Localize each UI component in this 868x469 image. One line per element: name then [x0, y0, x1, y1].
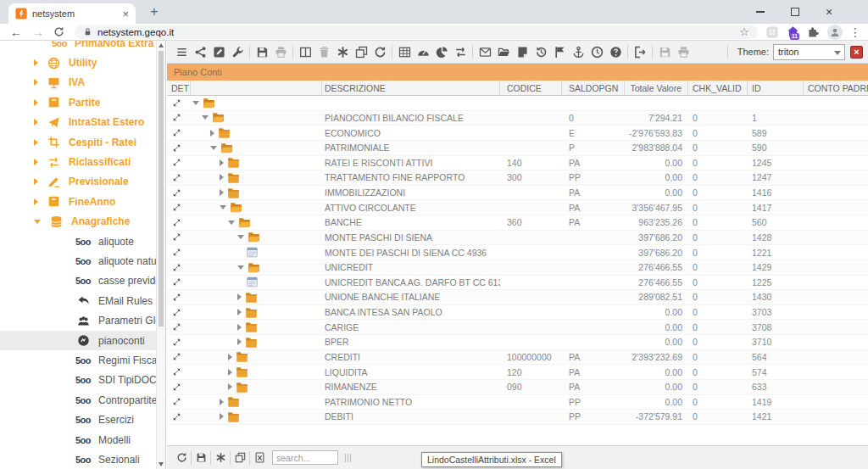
bookmark-star-icon[interactable]: ☆ — [739, 26, 749, 37]
table-row[interactable]: BANCHE360PA963'235.260560 — [167, 215, 868, 231]
sidebar-item-intrastat-estero[interactable]: IntraStat Estero — [0, 113, 156, 132]
tree-expand-icon[interactable] — [220, 399, 224, 405]
sidebar-item-primanota-extra[interactable]: 5ooPrimaNota Extra — [0, 41, 156, 53]
expand-detail-icon[interactable] — [167, 365, 191, 379]
scroll-up-icon[interactable] — [159, 43, 164, 47]
expand-detail-icon[interactable] — [167, 156, 191, 170]
tree-collapse-icon[interactable] — [220, 205, 226, 209]
sidebar-item-aliquote-natura[interactable]: 5ooaliquote natura — [0, 251, 156, 271]
sidebar-item-esercizi[interactable]: 5ooEsercizi — [0, 410, 156, 429]
expand-detail-icon[interactable] — [167, 141, 191, 155]
tree-collapse-icon[interactable] — [192, 101, 199, 105]
expand-detail-icon[interactable] — [167, 126, 191, 140]
table-row[interactable]: RATEI E RISCONTI ATTIVI140PA0.0001245 — [167, 156, 868, 171]
column-header-totale-valore[interactable]: Totale Valore — [625, 81, 688, 95]
table-row[interactable]: DEBITIPP-372'579.9101421 — [167, 410, 868, 425]
gauge-icon[interactable] — [414, 43, 432, 60]
exchange-icon[interactable] — [451, 43, 470, 60]
sidebar-item-riclassificati[interactable]: Riclassificati — [0, 152, 156, 171]
history-icon[interactable] — [531, 43, 550, 60]
clock-icon[interactable] — [587, 43, 606, 60]
tree-expand-icon[interactable] — [220, 413, 224, 420]
tree-collapse-icon[interactable] — [237, 265, 244, 270]
expand-detail-icon[interactable] — [167, 395, 191, 410]
column-header-codice[interactable]: CODICE — [500, 81, 562, 95]
scrollbar-thumb[interactable] — [159, 51, 164, 327]
close-panel-button[interactable]: × — [850, 46, 863, 59]
flag-icon[interactable] — [550, 43, 569, 60]
pie-icon[interactable] — [432, 43, 451, 60]
expand-detail-icon[interactable] — [167, 335, 191, 349]
table-row[interactable]: CARIGE0.0003708 — [167, 320, 868, 335]
sidebar-item-anagrafiche[interactable]: Anagrafiche — [0, 212, 156, 232]
asterisk-icon[interactable] — [333, 43, 352, 60]
table-row[interactable]: PIANOCONTI BILANCIO FISCALE07'294.2101 — [167, 111, 868, 126]
back-button[interactable]: ← — [10, 26, 22, 38]
tree-expand-icon[interactable] — [228, 354, 232, 360]
column-header-det[interactable]: DET — [167, 81, 191, 95]
print-icon[interactable] — [674, 43, 693, 60]
note-icon[interactable] — [513, 43, 531, 60]
table-row[interactable]: BANCA INTESA SAN PAOLO0.0003703 — [167, 305, 868, 321]
sidebar-item-sezionali[interactable]: 5ooSezionali — [0, 449, 156, 469]
tree-expand-icon[interactable] — [210, 130, 214, 137]
sidebar-scrollbar[interactable] — [156, 41, 165, 469]
save-icon[interactable] — [193, 450, 209, 466]
anchor-icon[interactable] — [569, 43, 587, 60]
menu-icon[interactable] — [172, 43, 191, 60]
expand-detail-icon[interactable] — [167, 96, 191, 110]
reload-button[interactable] — [53, 26, 64, 37]
sidebar-item-parametri-globali[interactable]: Parametri Globali — [0, 310, 156, 330]
table-row[interactable]: ECONOMICOE-2'976'593.830589 — [167, 126, 868, 141]
sidebar-item-contropartite[interactable]: 5ooContropartite — [0, 390, 156, 410]
tree-collapse-icon[interactable] — [210, 146, 217, 150]
column-header-tree[interactable] — [191, 81, 322, 95]
refresh-icon[interactable] — [174, 450, 189, 466]
sidebar-item-pianoconti[interactable]: pianoconti — [0, 331, 156, 350]
table-row[interactable]: UNIONE BANCHE ITALIANE289'082.5101430 — [167, 290, 868, 305]
column-header-descrizione[interactable]: DESCRIZIONE — [322, 81, 500, 95]
save-icon[interactable] — [253, 43, 271, 60]
profile-avatar[interactable] — [827, 25, 843, 40]
extension-house-icon[interactable]: 11 — [787, 25, 799, 38]
table-row[interactable]: BPER0.0003710 — [167, 335, 868, 350]
wrench-icon[interactable] — [228, 43, 247, 60]
sign-out-icon[interactable] — [631, 43, 649, 60]
expand-detail-icon[interactable] — [167, 410, 191, 424]
copy-icon[interactable] — [352, 43, 370, 60]
table-row[interactable] — [167, 96, 868, 111]
tree-expand-icon[interactable] — [220, 174, 224, 181]
sidebar-item-regimi-fiscali[interactable]: 5ooRegimi Fiscali — [0, 350, 156, 370]
sidebar-item-previsionale[interactable]: Previsionale — [0, 172, 156, 192]
expand-detail-icon[interactable] — [167, 380, 191, 394]
window-minimize-button[interactable] — [743, 0, 777, 24]
tree-expand-icon[interactable] — [237, 293, 242, 300]
edit-icon[interactable] — [209, 43, 228, 60]
table-icon[interactable] — [395, 43, 414, 60]
table-row[interactable]: LIQUIDITA120PA0.000574 — [167, 365, 868, 380]
table-row[interactable]: ATTIVO CIRCOLANTEPA3'356'467.9501417 — [167, 200, 868, 215]
browser-menu-icon[interactable]: ⋮ — [849, 26, 861, 38]
tree-collapse-icon[interactable] — [237, 235, 244, 239]
expand-detail-icon[interactable] — [167, 170, 191, 185]
share-icon[interactable] — [191, 43, 209, 60]
table-row[interactable]: PATRIMONIO NETTOPP0.0001419 — [167, 395, 868, 410]
expand-detail-icon[interactable] — [167, 276, 191, 290]
trash-icon[interactable] — [314, 43, 333, 60]
column-header-chk-valid[interactable]: CHK_VALID — [688, 81, 748, 95]
tab-close-icon[interactable]: × — [122, 8, 129, 20]
tree-expand-icon[interactable] — [220, 189, 224, 196]
tree-expand-icon[interactable] — [228, 383, 232, 390]
copy-icon[interactable] — [232, 450, 248, 466]
table-row[interactable]: MONTE DEI PASCHI DI SIENA CC 4936397'686… — [167, 245, 868, 260]
sidebar-item-aliquote[interactable]: 5ooaliquote — [0, 232, 156, 251]
column-header-id[interactable]: ID — [748, 81, 804, 95]
resize-grip-icon[interactable] — [345, 454, 353, 462]
sidebar-item-sdi-tipidoc[interactable]: 5ooSDI TipiDOC — [0, 371, 156, 390]
print-icon[interactable] — [271, 43, 290, 60]
expand-detail-icon[interactable] — [167, 111, 191, 126]
expand-detail-icon[interactable] — [167, 245, 191, 260]
table-row[interactable]: IMMOBILIZZAZIONIPA0.0001416 — [167, 186, 868, 201]
expand-detail-icon[interactable] — [167, 215, 191, 230]
extensions-puzzle-icon[interactable] — [807, 25, 820, 38]
